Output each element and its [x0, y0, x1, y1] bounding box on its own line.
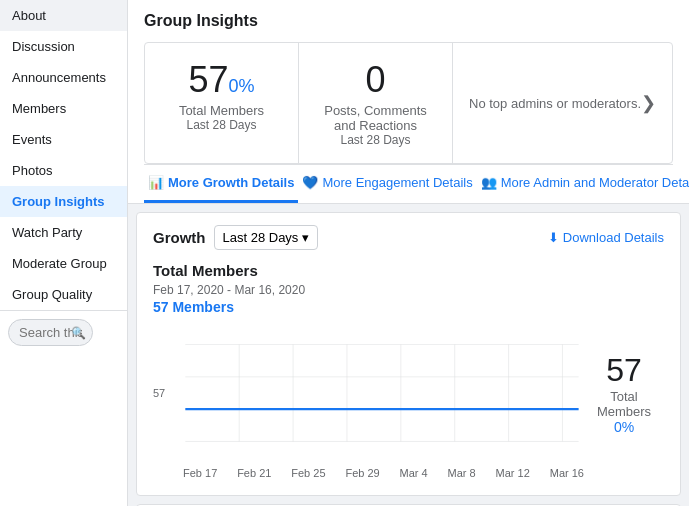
total-members-number: 570%	[161, 59, 282, 101]
posts-number: 0	[315, 59, 436, 101]
posts-period: Last 28 Days	[315, 133, 436, 147]
x-axis-label: Feb 29	[345, 467, 379, 479]
chart-members-count: 57 Members	[153, 299, 664, 315]
stats-row: 570% Total Members Last 28 Days 0 Posts,…	[144, 42, 673, 164]
sidebar-item-discussion[interactable]: Discussion	[0, 31, 127, 62]
growth-header: Growth Last 28 Days ▾ ⬇ Download Details	[153, 225, 664, 250]
x-axis-label: Mar 16	[550, 467, 584, 479]
total-members-stat: 570% Total Members Last 28 Days	[145, 43, 299, 163]
search-icon: 🔍	[71, 326, 86, 340]
chart-svg	[153, 323, 584, 463]
bar-chart-icon: 📊	[148, 175, 164, 190]
posts-stat: 0 Posts, Comments and Reactions Last 28 …	[299, 43, 453, 163]
x-axis-label: Feb 25	[291, 467, 325, 479]
growth-title: Growth Last 28 Days ▾	[153, 225, 318, 250]
chart-container: 57	[153, 323, 584, 463]
sidebar-item-members[interactable]: Members	[0, 93, 127, 124]
sidebar-item-announcements[interactable]: Announcements	[0, 62, 127, 93]
search-container: 🔍	[0, 310, 127, 354]
chart-area: 57	[153, 323, 664, 463]
x-axis-label: Mar 12	[496, 467, 530, 479]
posts-label: Posts, Comments and Reactions	[315, 103, 436, 133]
growth-section: Growth Last 28 Days ▾ ⬇ Download Details…	[136, 212, 681, 496]
sidebar-item-moderate-group[interactable]: Moderate Group	[0, 248, 127, 279]
chart-stat-number: 57	[606, 352, 642, 389]
chevron-right-icon[interactable]: ❯	[641, 92, 656, 114]
chart-date-range: Feb 17, 2020 - Mar 16, 2020	[153, 283, 664, 297]
x-axis-label: Mar 8	[448, 467, 476, 479]
x-axis-label: Mar 4	[400, 467, 428, 479]
app-container: AboutDiscussionAnnouncementsMembersEvent…	[0, 0, 689, 506]
page-title: Group Insights	[144, 12, 673, 30]
sidebar-item-about[interactable]: About	[0, 0, 127, 31]
download-icon: ⬇	[548, 230, 559, 245]
insights-header: Group Insights 570% Total Members Last 2…	[128, 0, 689, 204]
sidebar-item-group-insights[interactable]: Group Insights	[0, 186, 127, 217]
period-dropdown[interactable]: Last 28 Days ▾	[214, 225, 319, 250]
total-members-chart-section: Total Members Feb 17, 2020 - Mar 16, 202…	[153, 262, 664, 483]
chart-stat-pct: 0%	[614, 419, 634, 435]
chevron-down-icon: ▾	[302, 230, 309, 245]
admins-note: No top admins or moderators. ❯	[453, 43, 672, 163]
total-members-period: Last 28 Days	[161, 118, 282, 132]
sidebar-item-events[interactable]: Events	[0, 124, 127, 155]
tab-engagement[interactable]: 💙 More Engagement Details	[298, 165, 476, 203]
x-axis-label: Feb 17	[183, 467, 217, 479]
sidebar-item-group-quality[interactable]: Group Quality	[0, 279, 127, 310]
total-members-label: Total Members	[161, 103, 282, 118]
tab-row: 📊 More Growth Details 💙 More Engagement …	[144, 164, 673, 203]
download-details-link[interactable]: ⬇ Download Details	[548, 230, 664, 245]
tab-admin[interactable]: 👥 More Admin and Moderator Details	[477, 165, 689, 203]
heart-icon: 💙	[302, 175, 318, 190]
x-axis-labels: Feb 17Feb 21Feb 25Feb 29Mar 4Mar 8Mar 12…	[153, 463, 664, 483]
chart-stat-label: Total Members	[584, 389, 664, 419]
y-axis-label: 57	[153, 387, 165, 399]
x-axis-label: Feb 21	[237, 467, 271, 479]
main-content: Group Insights 570% Total Members Last 2…	[128, 0, 689, 506]
chart-stat-box: 57 Total Members 0%	[584, 323, 664, 463]
tab-growth[interactable]: 📊 More Growth Details	[144, 165, 298, 203]
people-icon: 👥	[481, 175, 497, 190]
chart-title: Total Members	[153, 262, 664, 279]
sidebar-item-photos[interactable]: Photos	[0, 155, 127, 186]
sidebar: AboutDiscussionAnnouncementsMembersEvent…	[0, 0, 128, 506]
sidebar-item-watch-party[interactable]: Watch Party	[0, 217, 127, 248]
